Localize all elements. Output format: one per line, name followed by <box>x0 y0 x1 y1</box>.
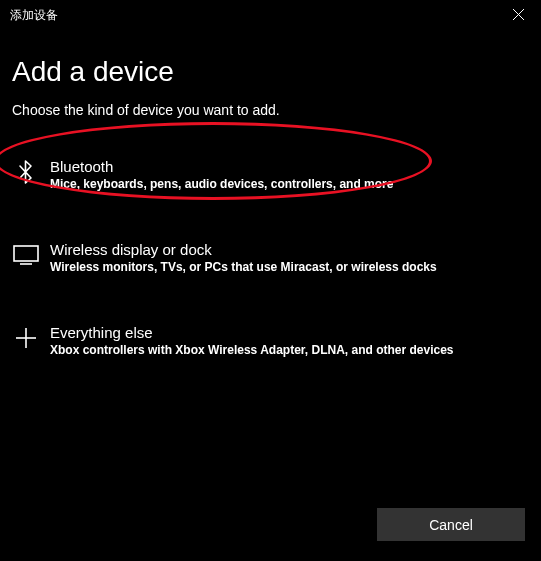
spacer <box>12 205 529 227</box>
device-option-title: Wireless display or dock <box>50 241 437 258</box>
device-option-title: Bluetooth <box>50 158 393 175</box>
dialog-content: Add a device Choose the kind of device y… <box>0 30 541 371</box>
device-option-wireless-display[interactable]: Wireless display or dock Wireless monito… <box>12 227 529 288</box>
device-option-everything-else[interactable]: Everything else Xbox controllers with Xb… <box>12 310 529 371</box>
device-option-text: Wireless display or dock Wireless monito… <box>50 241 437 274</box>
page-title: Add a device <box>12 56 529 88</box>
plus-icon <box>12 324 40 352</box>
cancel-button[interactable]: Cancel <box>377 508 525 541</box>
device-option-desc: Mice, keyboards, pens, audio devices, co… <box>50 177 393 191</box>
device-option-title: Everything else <box>50 324 454 341</box>
device-option-desc: Wireless monitors, TVs, or PCs that use … <box>50 260 437 274</box>
device-option-bluetooth[interactable]: Bluetooth Mice, keyboards, pens, audio d… <box>12 144 529 205</box>
display-icon <box>12 241 40 269</box>
bluetooth-icon <box>12 158 40 186</box>
spacer <box>12 288 529 310</box>
close-icon <box>513 6 524 24</box>
dialog-footer: Cancel <box>377 508 525 541</box>
page-subtitle: Choose the kind of device you want to ad… <box>12 102 529 118</box>
device-option-desc: Xbox controllers with Xbox Wireless Adap… <box>50 343 454 357</box>
device-option-text: Bluetooth Mice, keyboards, pens, audio d… <box>50 158 393 191</box>
device-option-text: Everything else Xbox controllers with Xb… <box>50 324 454 357</box>
close-button[interactable] <box>496 0 541 30</box>
window-title: 添加设备 <box>10 7 58 24</box>
titlebar: 添加设备 <box>0 0 541 30</box>
svg-rect-2 <box>14 246 38 261</box>
device-option-list: Bluetooth Mice, keyboards, pens, audio d… <box>12 144 529 371</box>
